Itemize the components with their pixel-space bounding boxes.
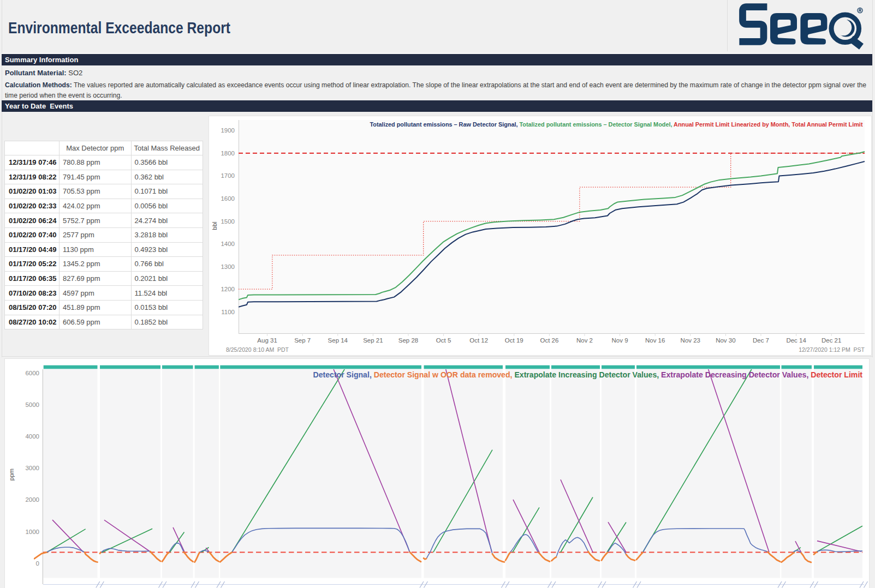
svg-text:Totalized pollutant emissions: Totalized pollutant emissions – Raw Dete…: [370, 121, 863, 128]
svg-text:Nov 2: Nov 2: [576, 337, 593, 344]
svg-text:ppm: ppm: [8, 469, 15, 481]
svg-text:Nov 9: Nov 9: [612, 337, 628, 344]
svg-text:Dec 14: Dec 14: [786, 337, 806, 344]
svg-text:Aug 31: Aug 31: [257, 337, 277, 344]
svg-text:1500: 1500: [221, 218, 235, 225]
svg-text:Sep 7: Sep 7: [294, 337, 311, 344]
svg-text:2000: 2000: [25, 496, 39, 503]
svg-text:1000: 1000: [25, 529, 39, 535]
svg-text:1600: 1600: [221, 195, 235, 202]
svg-text:Dec 21: Dec 21: [822, 337, 841, 344]
svg-text:4000: 4000: [25, 433, 39, 440]
svg-text:Nov 16: Nov 16: [645, 337, 665, 344]
svg-text:6000: 6000: [25, 370, 39, 376]
svg-text:12/27/2020 1:12 PM PST: 12/27/2020 1:12 PM PST: [799, 346, 865, 353]
svg-text:3000: 3000: [25, 465, 39, 471]
svg-text:Oct 19: Oct 19: [505, 337, 523, 344]
svg-text:1900: 1900: [221, 127, 235, 134]
svg-text:Dec 7: Dec 7: [753, 337, 769, 344]
svg-text:1100: 1100: [221, 309, 235, 315]
svg-text:Sep 14: Sep 14: [328, 337, 348, 344]
svg-text:Sep 21: Sep 21: [363, 337, 383, 344]
svg-text:1200: 1200: [221, 286, 235, 292]
svg-text:bbl: bbl: [211, 221, 218, 230]
svg-text:5000: 5000: [25, 401, 39, 408]
svg-text:1400: 1400: [221, 241, 235, 247]
svg-text:Oct 12: Oct 12: [469, 337, 488, 344]
svg-text:Sep 28: Sep 28: [398, 337, 418, 344]
svg-text:Detector Signal, Detector Sign: Detector Signal, Detector Signal w OOR d…: [313, 370, 863, 379]
svg-text:1700: 1700: [221, 172, 235, 179]
svg-text:0: 0: [36, 560, 39, 567]
svg-text:Oct 5: Oct 5: [436, 337, 451, 344]
svg-text:Nov 30: Nov 30: [716, 337, 735, 344]
svg-text:1800: 1800: [221, 150, 235, 157]
svg-text:1300: 1300: [221, 263, 235, 270]
svg-text:8/25/2020 8:10 AM PDT: 8/25/2020 8:10 AM PDT: [226, 346, 289, 353]
svg-text:Nov 23: Nov 23: [681, 337, 700, 344]
svg-text:Oct 26: Oct 26: [540, 337, 558, 344]
